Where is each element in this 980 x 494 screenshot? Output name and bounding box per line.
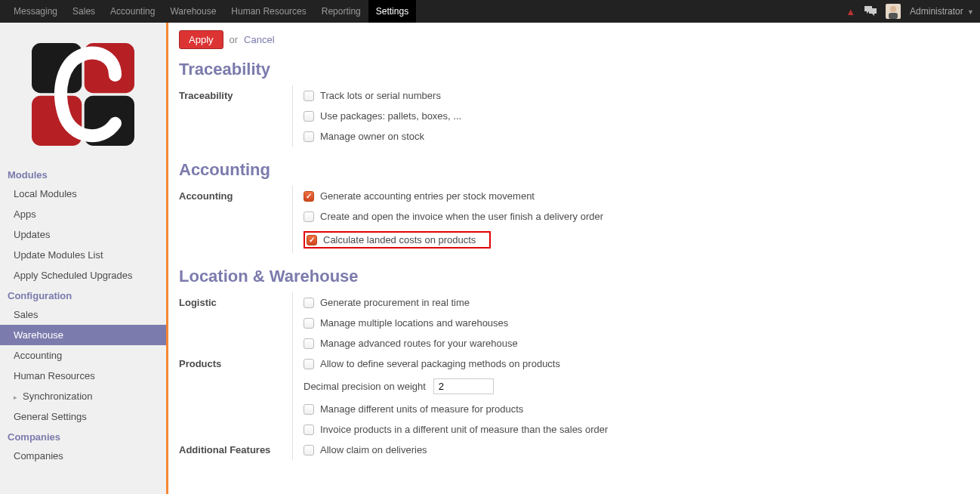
- option-row: Track lots or serial numbers: [304, 85, 969, 106]
- field-row: AccountingGenerate accounting entries pe…: [179, 186, 969, 253]
- sidebar-item-synchronization[interactable]: ▸Synchronization: [0, 386, 166, 406]
- option-row: Manage multiple locations and warehouses: [304, 313, 969, 333]
- field-options: Track lots or serial numbersUse packages…: [292, 85, 969, 147]
- checkbox[interactable]: [304, 404, 314, 415]
- decimal-precision-input[interactable]: [433, 378, 494, 394]
- user-menu[interactable]: Administrator ▼: [910, 6, 974, 17]
- sidebar-item-label: Synchronization: [23, 391, 93, 402]
- checkbox[interactable]: [304, 131, 314, 142]
- topnav-item-warehouse[interactable]: Warehouse: [162, 0, 223, 23]
- alert-icon[interactable]: ▲: [846, 6, 855, 17]
- sidebar-item-sales[interactable]: Sales: [0, 304, 166, 325]
- field-options: Allow to define several packaging method…: [292, 354, 969, 440]
- option-text: Create and open the invoice when the use…: [320, 211, 603, 222]
- sidebar-item-local-modules[interactable]: Local Modules: [0, 184, 166, 204]
- field-options: Allow claim on deliveries: [292, 440, 969, 460]
- option-text: Invoice products in a different unit of …: [320, 424, 608, 435]
- sidebar-section-modules: Modules: [0, 165, 166, 184]
- or-text: or: [230, 34, 239, 45]
- avatar[interactable]: [886, 4, 901, 19]
- logo: [0, 27, 166, 165]
- sidebar-item-general-settings[interactable]: General Settings: [0, 406, 166, 427]
- option-row: Manage owner on stock: [304, 126, 969, 147]
- cancel-link[interactable]: Cancel: [244, 34, 274, 45]
- active-strip: [166, 23, 168, 494]
- checkbox[interactable]: [304, 191, 314, 202]
- option-row: Generate procurement in real time: [304, 292, 969, 313]
- sidebar-item-label: Apply Scheduled Upgrades: [14, 270, 133, 281]
- sidebar-item-apps[interactable]: Apps: [0, 204, 166, 224]
- sidebar-item-label: General Settings: [14, 411, 87, 422]
- checkbox[interactable]: [304, 359, 314, 369]
- field-options: Generate accounting entries per stock mo…: [292, 186, 969, 253]
- sidebar-item-label: Updates: [14, 229, 50, 240]
- option-text: Allow to define several packaging method…: [320, 358, 560, 369]
- checkbox[interactable]: [307, 235, 317, 245]
- section-heading-location-warehouse: Location & Warehouse: [179, 267, 969, 286]
- checkbox[interactable]: [304, 318, 314, 329]
- sidebar-item-human-resources[interactable]: Human Resources: [0, 366, 166, 386]
- section-heading-traceability: Traceability: [179, 60, 969, 79]
- option-row: Generate accounting entries per stock mo…: [304, 186, 969, 206]
- chat-icon[interactable]: [864, 5, 877, 18]
- topbar: MessagingSalesAccountingWarehouseHuman R…: [0, 0, 980, 23]
- field-options: Generate procurement in real timeManage …: [292, 292, 969, 354]
- option-text: Manage owner on stock: [320, 131, 424, 142]
- option-text: Manage advanced routes for your warehous…: [320, 338, 518, 349]
- field-row: Additional FeaturesAllow claim on delive…: [179, 440, 969, 460]
- checkbox[interactable]: [304, 91, 314, 101]
- option-row: Use packages: pallets, boxes, ...: [304, 106, 969, 126]
- topnav-item-reporting[interactable]: Reporting: [314, 0, 368, 23]
- option-text: Use packages: pallets, boxes, ...: [320, 110, 461, 122]
- option-text: Track lots or serial numbers: [320, 90, 441, 101]
- checkbox[interactable]: [304, 445, 314, 455]
- checkbox[interactable]: [304, 111, 314, 122]
- checkbox[interactable]: [304, 298, 314, 308]
- topnav-item-settings[interactable]: Settings: [368, 0, 416, 23]
- option-row: Calculate landed costs on products: [304, 227, 969, 253]
- topnav-item-human-resources[interactable]: Human Resources: [223, 0, 313, 23]
- topnav-item-messaging[interactable]: Messaging: [6, 0, 65, 23]
- sidebar-item-label: Companies: [14, 450, 63, 462]
- sidebar-item-label: Apps: [14, 208, 36, 220]
- option-text: Generate procurement in real time: [320, 297, 470, 308]
- option-text: Manage multiple locations and warehouses: [320, 317, 508, 329]
- sidebar-item-label: Sales: [14, 309, 39, 320]
- svg-point-0: [890, 6, 896, 12]
- sidebar-item-apply-scheduled-upgrades[interactable]: Apply Scheduled Upgrades: [0, 265, 166, 286]
- sidebar: ModulesLocal ModulesAppsUpdatesUpdate Mo…: [0, 23, 166, 494]
- field-label: Accounting: [179, 186, 292, 202]
- checkbox[interactable]: [304, 425, 314, 435]
- sidebar-item-warehouse[interactable]: Warehouse: [0, 325, 166, 345]
- chevron-right-icon: ▸: [14, 394, 20, 401]
- topnav-item-sales[interactable]: Sales: [65, 0, 103, 23]
- field-row: TraceabilityTrack lots or serial numbers…: [179, 85, 969, 147]
- field-label: Products: [179, 354, 292, 369]
- field-row: ProductsAllow to define several packagin…: [179, 354, 969, 440]
- option-text: Calculate landed costs on products: [323, 234, 476, 245]
- sidebar-item-companies[interactable]: Companies: [0, 446, 166, 466]
- option-row: Invoice products in a different unit of …: [304, 419, 969, 440]
- sidebar-item-label: Update Modules List: [14, 249, 103, 261]
- sidebar-item-updates[interactable]: Updates: [0, 224, 166, 245]
- sidebar-item-accounting[interactable]: Accounting: [0, 345, 166, 366]
- topbar-right: ▲ Administrator ▼: [846, 4, 974, 19]
- topnav-item-accounting[interactable]: Accounting: [103, 0, 162, 23]
- sidebar-item-label: Accounting: [14, 350, 62, 361]
- checkbox[interactable]: [304, 211, 314, 222]
- sidebar-item-label: Warehouse: [14, 329, 63, 341]
- highlighted-option: Calculate landed costs on products: [304, 231, 491, 249]
- option-input-row: Decimal precision on weight: [304, 374, 969, 399]
- checkbox[interactable]: [304, 338, 314, 349]
- topnav: MessagingSalesAccountingWarehouseHuman R…: [6, 0, 416, 23]
- sidebar-item-update-modules-list[interactable]: Update Modules List: [0, 245, 166, 265]
- field-label: Additional Features: [179, 440, 292, 455]
- option-text: Manage different units of measure for pr…: [320, 403, 523, 415]
- option-label: Decimal precision on weight: [304, 381, 426, 392]
- chevron-down-icon: ▼: [967, 8, 974, 16]
- option-row: Manage different units of measure for pr…: [304, 399, 969, 419]
- apply-button[interactable]: Apply: [179, 30, 223, 49]
- option-row: Allow claim on deliveries: [304, 440, 969, 460]
- section-heading-accounting: Accounting: [179, 160, 969, 180]
- option-text: Generate accounting entries per stock mo…: [320, 190, 535, 202]
